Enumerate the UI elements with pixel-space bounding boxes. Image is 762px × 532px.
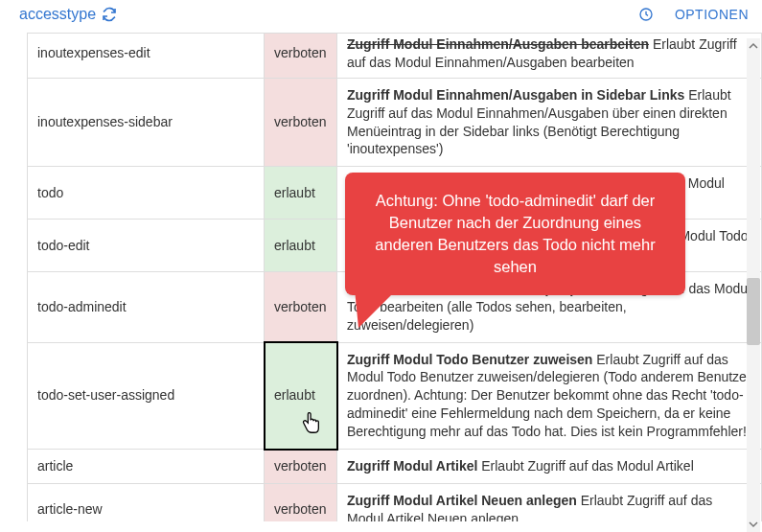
table-row: articleverbotenZugriff Modul Artikel Erl… [28,450,762,484]
scroll-up-arrow[interactable] [747,38,760,54]
permission-description-text: Erlaubt Zugriff auf das Modul Artikel [477,458,693,474]
permission-value-cell[interactable]: verboten [265,483,337,521]
permission-description-title: Zugriff Modul Artikel [347,458,477,474]
permission-value-cell[interactable]: verboten [265,78,337,167]
table-row: todo-set-user-assignederlaubtZugriff Mod… [28,342,762,449]
header-right: OPTIONEN [638,7,749,22]
permission-key: article [28,450,265,484]
pointer-cursor-icon [301,412,322,437]
scrollbar-thumb[interactable] [747,278,760,345]
permission-value-cell[interactable]: erlaubt [265,167,337,220]
permission-description: Zugriff Modul Artikel Erlaubt Zugriff au… [337,450,762,484]
permission-description-title: Zugriff Modul Todo Benutzer zuweisen [347,352,592,367]
permission-description: Zugriff Modul Todo Benutzer zuweisen Erl… [337,342,762,449]
header-left: accesstype [19,6,117,23]
warning-tooltip: Achtung: Ohne 'todo-adminedit' darf der … [345,173,685,295]
permission-description-title: Zugriff Modul Einnahmen/Ausgaben bearbei… [347,36,649,52]
permission-value-cell[interactable]: erlaubt [265,220,337,272]
page-title: accesstype [19,6,96,23]
permission-key: article-new [28,483,265,521]
permission-key: todo [28,167,265,220]
permission-key: todo-set-user-assigned [28,342,265,449]
permission-value-cell[interactable]: verboten [265,450,337,484]
permission-description-title: Zugriff Modul Einnahmen/Ausgaben in Side… [347,87,684,103]
permission-description: Zugriff Modul Artikel Neuen anlegen Erla… [337,483,762,521]
permission-key: inoutexpenses-edit [28,34,265,78]
permission-description: Zugriff Modul Einnahmen/Ausgaben bearbei… [337,34,762,78]
permission-description: Zugriff Modul Einnahmen/Ausgaben in Side… [337,78,762,167]
permission-value-cell[interactable]: verboten [265,271,337,342]
permission-key: todo-adminedit [28,271,265,342]
page-header: accesstype OPTIONEN [0,0,762,33]
permission-value-cell[interactable]: verboten [265,34,337,78]
history-icon[interactable] [638,7,654,22]
permission-description-title: Zugriff Modul Artikel Neuen anlegen [347,493,577,508]
permission-key: inoutexpenses-sidebar [28,78,265,167]
scroll-down-arrow[interactable] [747,517,760,532]
table-row: inoutexpenses-editverbotenZugriff Modul … [28,34,762,78]
table-row: inoutexpenses-sidebarverbotenZugriff Mod… [28,78,762,167]
options-link[interactable]: OPTIONEN [675,7,749,22]
table-row: article-newverbotenZugriff Modul Artikel… [28,483,762,521]
refresh-icon[interactable] [102,7,117,22]
permission-value-cell[interactable]: erlaubt [265,342,337,449]
permission-key: todo-edit [28,220,265,272]
